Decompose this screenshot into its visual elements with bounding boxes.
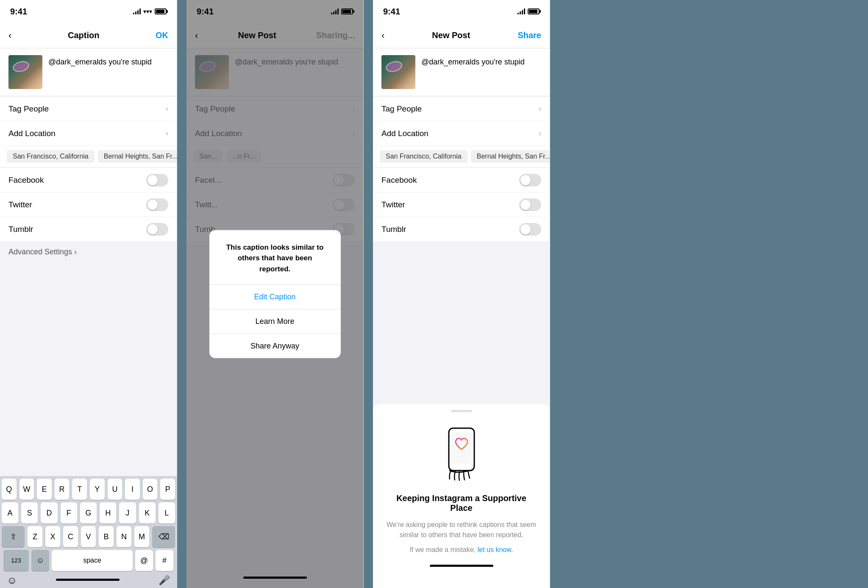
sheet-title: Keeping Instagram a Supportive Place (385, 493, 538, 513)
menu-section-3: Tag People › Add Location › (373, 97, 550, 146)
twitter-toggle-3: Twitter (373, 192, 550, 217)
bottom-sheet: Keeping Instagram a Supportive Place We'… (373, 404, 550, 588)
key-w[interactable]: W (19, 479, 34, 500)
twitter-switch-1[interactable] (146, 198, 168, 211)
key-o[interactable]: O (143, 479, 158, 500)
key-q[interactable]: Q (2, 479, 17, 500)
page-title-1: Caption (68, 31, 99, 40)
twitter-toggle-1: Twitter (0, 192, 177, 217)
post-thumbnail-3 (381, 55, 415, 89)
key-i[interactable]: I (125, 479, 140, 500)
status-time-3: 9:41 (383, 7, 400, 17)
key-123[interactable]: 123 (3, 550, 29, 571)
key-hash[interactable]: # (156, 550, 173, 571)
key-b[interactable]: B (99, 526, 114, 547)
key-a[interactable]: A (2, 502, 18, 524)
key-backspace[interactable]: ⌫ (152, 526, 175, 547)
post-preview-3: @dark_emeralds you're stupid (373, 48, 550, 96)
key-shift[interactable]: ⇧ (2, 526, 25, 547)
chevron-icon-5: › (539, 104, 541, 113)
modal-message: This caption looks similar to others tha… (209, 230, 341, 285)
home-indicator-3 (430, 565, 493, 567)
back-button-1[interactable]: ‹ (8, 30, 11, 41)
facebook-switch-1[interactable] (146, 174, 168, 187)
key-y[interactable]: Y (90, 479, 105, 500)
let-us-know-link[interactable]: let us know. (478, 546, 513, 553)
tumblr-toggle-1: Tumblr (0, 217, 177, 242)
key-u[interactable]: U (108, 479, 122, 500)
social-toggles-1: Facebook Twitter Tumblr (0, 168, 177, 242)
sheet-link: If we made a mistake, let us know. (385, 546, 538, 554)
location-tag-sf[interactable]: San Francisco, California (7, 150, 95, 163)
svg-rect-1 (451, 432, 472, 464)
advanced-settings-1[interactable]: Advanced Settings › (0, 242, 177, 262)
tumblr-toggle-3: Tumblr (373, 217, 550, 242)
key-j[interactable]: J (119, 502, 136, 524)
signal-icon-1 (133, 8, 141, 14)
battery-icon-1 (155, 8, 167, 14)
status-icons-1: ▾▾▾ (133, 8, 167, 15)
key-n[interactable]: N (117, 526, 131, 547)
location-tag-bh[interactable]: Bernal Heights, San Fr... (98, 150, 177, 163)
facebook-toggle-3: Facebook (373, 168, 550, 192)
location-tag-3a[interactable]: San Francisco, California (380, 150, 467, 163)
screen-1: 9:41 ▾▾▾ ‹ Caption OK @dark_emeralds you… (0, 0, 177, 588)
location-tags-3: San Francisco, California Bernal Heights… (373, 146, 550, 167)
key-t[interactable]: T (72, 479, 87, 500)
facebook-switch-3[interactable] (519, 174, 541, 187)
nav-bar-3: ‹ New Post Share (373, 23, 550, 48)
key-at[interactable]: @ (135, 550, 153, 571)
share-button[interactable]: Share (517, 31, 541, 40)
location-tag-3b[interactable]: Bernal Heights, San Fr... (471, 150, 550, 163)
share-anyway-button[interactable]: Share Anyway (209, 334, 341, 358)
nav-bar-1: ‹ Caption OK (0, 23, 177, 48)
keyboard-row-1: Q W E R T Y U I O P (0, 476, 177, 500)
key-x[interactable]: X (45, 526, 60, 547)
key-l[interactable]: L (159, 502, 175, 524)
battery-icon-3 (528, 8, 540, 14)
tumblr-switch-3[interactable] (519, 223, 541, 236)
status-bar-3: 9:41 (373, 0, 550, 23)
tag-people-item-3[interactable]: Tag People › (373, 97, 550, 121)
tumblr-switch-1[interactable] (146, 223, 168, 236)
key-space[interactable]: space (52, 550, 133, 571)
key-m[interactable]: M (134, 526, 149, 547)
modal-dialog: This caption looks similar to others tha… (209, 230, 341, 358)
keyboard-row-2: A S D F G H J K L (0, 500, 177, 524)
status-bar-1: 9:41 ▾▾▾ (0, 0, 177, 23)
tag-people-item-1[interactable]: Tag People › (0, 97, 177, 121)
add-location-item-1[interactable]: Add Location › (0, 121, 177, 146)
key-p[interactable]: P (160, 479, 175, 500)
key-f[interactable]: F (61, 502, 77, 524)
signal-icon-3 (517, 8, 525, 14)
key-k[interactable]: K (139, 502, 156, 524)
key-e[interactable]: E (37, 479, 52, 500)
twitter-switch-3[interactable] (519, 198, 541, 211)
sheet-description: We're asking people to rethink captions … (385, 520, 538, 540)
mic-icon[interactable]: 🎤 (159, 575, 170, 586)
menu-section-1: Tag People › Add Location › (0, 97, 177, 146)
ok-button[interactable]: OK (156, 31, 168, 40)
edit-caption-button[interactable]: Edit Caption (209, 285, 341, 309)
status-time-1: 9:41 (10, 7, 27, 17)
key-v[interactable]: V (81, 526, 96, 547)
key-g[interactable]: G (80, 502, 97, 524)
back-button-3[interactable]: ‹ (381, 30, 384, 41)
key-d[interactable]: D (41, 502, 57, 524)
key-c[interactable]: C (63, 526, 78, 547)
screen-3: 9:41 ‹ New Post Share @dark_emeralds you… (373, 0, 550, 588)
key-emoji[interactable]: ☺ (31, 550, 49, 571)
key-s[interactable]: S (21, 502, 38, 524)
learn-more-button[interactable]: Learn More (209, 309, 341, 334)
add-location-item-3[interactable]: Add Location › (373, 121, 550, 146)
post-preview-1: @dark_emeralds you're stupid (0, 48, 177, 96)
key-r[interactable]: R (55, 479, 70, 500)
key-z[interactable]: Z (28, 526, 42, 547)
key-h[interactable]: H (100, 502, 116, 524)
keyboard-1: Q W E R T Y U I O P A S D F G H J K L ⇧ … (0, 476, 177, 588)
emoji-icon[interactable]: ☺ (7, 574, 17, 586)
facebook-toggle-1: Facebook (0, 168, 177, 192)
screen-2: 9:41 ‹ New Post Sharing... @dark_emerald… (186, 0, 364, 588)
post-caption-1[interactable]: @dark_emeralds you're stupid (48, 55, 168, 67)
social-toggles-3: Facebook Twitter Tumblr (373, 168, 550, 242)
